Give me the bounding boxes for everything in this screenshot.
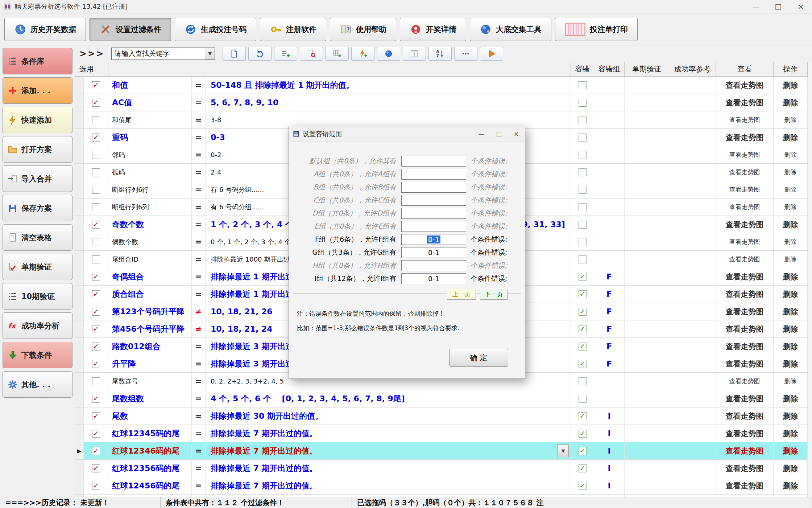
window-close-button[interactable]: × <box>790 0 812 13</box>
use-checkbox[interactable] <box>92 168 100 176</box>
view-trend-link[interactable]: 查看走势图 <box>716 442 774 459</box>
dialog-close-button[interactable]: × <box>508 126 525 142</box>
tolerance-checkbox[interactable] <box>579 255 587 263</box>
use-checkbox[interactable] <box>92 255 100 263</box>
add-condition-button[interactable] <box>274 47 297 61</box>
sidebar-button[interactable]: fx成功率分析 <box>3 312 72 339</box>
tolerance-checkbox[interactable] <box>579 168 587 176</box>
group-error-input[interactable]: 0-1 <box>401 273 466 284</box>
tolerance-checkbox[interactable] <box>579 186 587 194</box>
view-trend-link[interactable]: 查看走势图 <box>716 477 774 494</box>
search-input[interactable] <box>112 48 205 60</box>
use-checkbox[interactable]: ✓ <box>92 482 100 490</box>
next-page-button[interactable]: 下一页 <box>480 289 508 300</box>
delete-link[interactable]: 删除 <box>774 251 808 268</box>
group-error-input[interactable] <box>401 208 466 219</box>
window-maximize-button[interactable]: □ <box>767 0 790 13</box>
view-trend-link[interactable]: 查看走势图 <box>716 460 774 477</box>
delete-link[interactable]: 删除 <box>774 268 808 285</box>
table-row[interactable]: ▶✓红球12346码的尾=排除掉最近 7 期开出过的值。▼✓I查看走势图删除 <box>75 442 808 460</box>
toolbar-button[interactable]: 大底交集工具 <box>470 18 551 41</box>
value-dropdown-button[interactable]: ▼ <box>558 444 569 457</box>
toolbar-button[interactable]: 投注单打印 <box>555 18 638 41</box>
use-checkbox[interactable]: ✓ <box>92 395 100 403</box>
undo-button[interactable] <box>248 47 272 61</box>
delete-link[interactable]: 删除 <box>774 198 808 216</box>
tolerance-checkbox[interactable] <box>579 116 587 124</box>
tolerance-checkbox[interactable] <box>579 238 587 246</box>
tolerance-checkbox[interactable]: ✓ <box>579 273 587 281</box>
merge-list-button[interactable] <box>403 47 426 61</box>
delete-link[interactable]: 删除 <box>774 77 808 94</box>
view-trend-link[interactable]: 查看走势图 <box>716 198 774 216</box>
sidebar-button[interactable]: 10期验证 <box>3 283 72 310</box>
tolerance-checkbox[interactable] <box>579 81 587 89</box>
use-checkbox[interactable] <box>92 377 100 385</box>
group-error-input[interactable] <box>401 156 466 167</box>
group-error-input[interactable] <box>401 182 466 193</box>
sidebar-button[interactable]: 其他. . . <box>3 371 72 398</box>
view-trend-link[interactable]: 查看走势图 <box>716 146 774 163</box>
use-checkbox[interactable]: ✓ <box>92 430 100 438</box>
tolerance-checkbox[interactable]: ✓ <box>579 412 587 420</box>
delete-link[interactable]: 删除 <box>774 425 808 442</box>
use-checkbox[interactable]: ✓ <box>92 360 100 368</box>
sidebar-button[interactable]: 打开方案 <box>3 136 72 163</box>
use-checkbox[interactable]: ✓ <box>92 290 100 298</box>
group-error-input[interactable] <box>401 221 466 232</box>
ball-button[interactable] <box>377 47 400 61</box>
tolerance-checkbox[interactable]: ✓ <box>579 360 587 368</box>
use-checkbox[interactable]: ✓ <box>92 412 100 420</box>
search-combobox[interactable]: ▼ <box>111 48 215 60</box>
view-trend-link[interactable]: 查看走势图 <box>716 181 774 198</box>
quick-add-button[interactable] <box>351 47 374 61</box>
view-trend-link[interactable]: 查看走势图 <box>716 303 774 320</box>
delete-link[interactable]: 删除 <box>774 460 808 477</box>
delete-link[interactable]: 删除 <box>774 373 808 390</box>
view-trend-link[interactable]: 查看走势图 <box>716 407 774 425</box>
add-table-button[interactable] <box>326 47 349 61</box>
dialog-maximize-button[interactable]: □ <box>490 126 508 142</box>
tolerance-checkbox[interactable] <box>579 99 587 107</box>
use-checkbox[interactable]: ✓ <box>92 325 100 333</box>
search-dropdown-arrow-icon[interactable]: ▼ <box>205 48 215 60</box>
delete-link[interactable]: 删除 <box>774 338 808 355</box>
toolbar-button[interactable]: 生成投注号码 <box>175 18 256 41</box>
tolerance-checkbox[interactable] <box>579 134 587 142</box>
sidebar-button[interactable]: 导入合并 <box>3 165 72 192</box>
new-file-button[interactable] <box>223 47 246 61</box>
run-button[interactable] <box>480 47 503 61</box>
table-row[interactable]: ✓红球12345码的尾=排除掉最近 7 期开出过的值。✓I查看走势图删除 <box>75 425 808 442</box>
use-checkbox[interactable]: ✓ <box>92 134 100 142</box>
view-trend-link[interactable]: 查看走势图 <box>716 425 774 442</box>
view-trend-link[interactable]: 查看走势图 <box>716 338 774 355</box>
table-row[interactable]: ✓红球12456码的尾=排除掉最近 7 期开出过的值。✓I查看走势图删除 <box>75 477 808 495</box>
use-checkbox[interactable]: ✓ <box>92 273 100 281</box>
view-trend-link[interactable]: 查看走势图 <box>716 373 774 390</box>
group-error-input[interactable] <box>401 260 466 271</box>
toolbar-button[interactable]: 注册软件 <box>260 18 326 41</box>
use-checkbox[interactable]: ✓ <box>92 308 100 316</box>
table-row[interactable]: ✓红球12356码的尾=排除掉最近 7 期开出过的值。✓I查看走势图删除 <box>75 460 808 477</box>
tolerance-checkbox[interactable]: ✓ <box>579 464 587 472</box>
sidebar-button[interactable]: 保存方案 <box>3 195 72 221</box>
delete-link[interactable]: 删除 <box>774 303 808 320</box>
group-error-input[interactable]: 0-1 <box>401 247 466 258</box>
use-checkbox[interactable]: ✓ <box>92 447 100 455</box>
table-row[interactable]: ✓AC值=5, 6, 7, 8, 9, 10查看走势图删除 <box>75 94 808 111</box>
use-checkbox[interactable]: ✓ <box>92 221 100 229</box>
view-trend-link[interactable]: 查看走势图 <box>716 390 774 407</box>
view-trend-link[interactable]: 查看走势图 <box>716 233 774 250</box>
sidebar-button[interactable]: 条件库 <box>3 48 72 74</box>
delete-link[interactable]: 删除 <box>774 390 808 407</box>
group-error-input[interactable] <box>401 169 466 180</box>
table-row[interactable]: ✓尾数=排除掉最近 30 期开出过的值。✓I查看走势图删除 <box>75 407 808 425</box>
sidebar-button[interactable]: 快速添加 <box>3 107 72 133</box>
delete-link[interactable]: 删除 <box>774 233 808 250</box>
tolerance-checkbox[interactable]: ✓ <box>579 308 587 316</box>
window-minimize-button[interactable]: — <box>745 0 767 13</box>
ok-button[interactable]: 确 定 <box>449 349 508 367</box>
use-checkbox[interactable] <box>92 186 100 194</box>
delete-link[interactable]: 删除 <box>774 320 808 337</box>
tolerance-checkbox[interactable]: ✓ <box>579 430 587 438</box>
